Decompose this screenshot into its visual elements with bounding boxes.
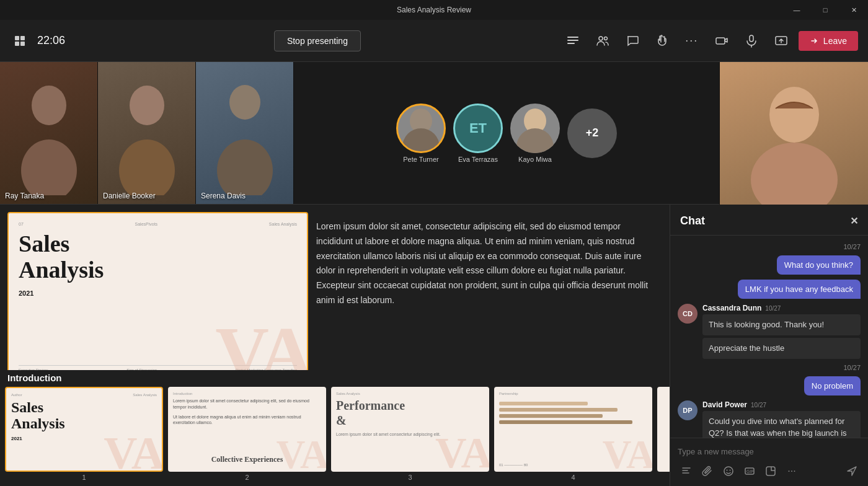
grid-icon[interactable] [10, 31, 30, 51]
close-chat-button[interactable]: ✕ [850, 215, 858, 227]
svg-rect-6 [567, 43, 575, 44]
window-controls: — □ ✕ [782, 0, 868, 20]
toolbar-center: Stop presenting [74, 30, 560, 51]
msg-text-cassandra-2: Appreciate the hustle [702, 338, 861, 359]
chat-panel: Chat ✕ 10/27 What do you think? LMK if y… [670, 205, 868, 486]
svg-point-14 [21, 139, 77, 195]
svg-point-24 [751, 143, 838, 205]
svg-point-29 [730, 470, 731, 471]
msg-bubble-3: No problem [804, 376, 861, 395]
svg-rect-2 [15, 42, 19, 46]
svg-point-18 [217, 139, 273, 195]
raise-hand-button[interactable] [650, 29, 675, 53]
chat-title: Chat [680, 214, 705, 228]
participants-list-button[interactable] [560, 29, 585, 53]
share-screen-button[interactable] [769, 29, 794, 53]
msg-row-david: DP David Power 10/27 Could you dive into… [678, 400, 861, 438]
msg-content-cassandra: Cassandra Dunn 10/27 This is looking goo… [702, 304, 861, 359]
toolbar-right: ··· Le [560, 29, 858, 53]
send-message-button[interactable] [843, 462, 861, 480]
format-text-button[interactable] [678, 462, 695, 480]
avatar-pete-turner[interactable]: Pete Turner [396, 104, 446, 163]
maximize-button[interactable]: □ [811, 0, 839, 20]
svg-point-23 [769, 87, 819, 143]
svg-rect-4 [567, 37, 578, 38]
msg-timestamp-1: 10/27 [843, 243, 861, 250]
svg-point-13 [32, 86, 66, 125]
camera-button[interactable] [709, 29, 734, 53]
slide-header: 07 SalesPivots Sales Analysis [19, 222, 297, 226]
participant-name-serena-davis: Serena Davis [201, 192, 246, 200]
participants-row: Ray Tanaka Danielle Booker Serena Davis [0, 62, 868, 205]
chat-messages[interactable]: 10/27 What do you think? LMK if you have… [670, 236, 868, 438]
avatar-david: DP [678, 400, 698, 420]
svg-point-27 [724, 467, 733, 475]
svg-rect-5 [567, 40, 578, 41]
svg-rect-1 [20, 36, 25, 40]
avatar-label-kayo: Kayo Miwa [518, 156, 552, 163]
msg-bubble-1: What do you think? [777, 255, 861, 275]
svg-rect-3 [20, 42, 25, 46]
slide-watermark: VA [215, 316, 308, 370]
slide-body-text: Lorem ipsum dolor sit amet, consectetur … [311, 212, 662, 363]
people-button[interactable] [590, 29, 615, 53]
current-slide-container: 07 SalesPivots Sales Analysis SalesAnaly… [7, 212, 311, 363]
chat-button[interactable] [620, 29, 645, 53]
svg-rect-9 [716, 38, 725, 44]
attach-button[interactable] [699, 462, 716, 480]
msg-row-cassandra: CD Cassandra Dunn 10/27 This is looking … [678, 304, 861, 359]
gif-button[interactable]: GIF [741, 462, 758, 480]
svg-point-7 [599, 37, 603, 40]
close-button[interactable]: ✕ [839, 0, 868, 20]
msg-text-cassandra-1: This is looking good. Thank you! [702, 314, 861, 335]
msg-time-cassandra: 10/27 [765, 305, 781, 312]
msg-bubble-2: LMK if you have any feedback [738, 280, 861, 299]
chat-more-button[interactable]: ··· [783, 462, 800, 480]
chat-input[interactable] [678, 444, 861, 459]
sticker-button[interactable] [762, 462, 779, 480]
avatar-participants: Pete Turner ET Eva Terrazas Kayo Miwa +2 [294, 62, 719, 204]
avatar-label-pete: Pete Turner [403, 156, 438, 163]
thumbnail-5[interactable]: Fabrikam –VanArsdel 5 [657, 387, 670, 481]
minimize-button[interactable]: — [782, 0, 811, 20]
participant-video-ray-tanaka[interactable]: Ray Tanaka [0, 62, 98, 204]
svg-point-16 [119, 139, 175, 195]
thumbnail-3[interactable]: Sales Analysis Performance& Lorem ipsum … [331, 387, 489, 481]
chat-header: Chat ✕ [670, 205, 868, 236]
svg-text:GIF: GIF [746, 469, 754, 474]
leave-button[interactable]: Leave [799, 31, 858, 51]
svg-rect-10 [750, 35, 753, 42]
svg-point-20 [402, 128, 440, 153]
msg-timestamp-3: 10/27 [843, 364, 861, 371]
avatar-cassandra: CD [678, 304, 698, 324]
thumbnail-2[interactable]: Introduction Lorem ipsum dolor sit amet … [168, 387, 326, 481]
thumbnail-1[interactable]: AuthorSales Analysis SalesAnalysis 2021 … [5, 387, 163, 481]
avatar-kayo-miwa[interactable]: Kayo Miwa [510, 104, 560, 163]
participant-name-danielle-booker: Danielle Booker [103, 192, 156, 200]
svg-point-8 [604, 37, 607, 40]
svg-point-17 [229, 85, 260, 120]
current-slide: 07 SalesPivots Sales Analysis SalesAnaly… [7, 212, 308, 370]
svg-point-28 [727, 470, 728, 471]
participant-video-serena-davis[interactable]: Serena Davis [196, 62, 294, 204]
emoji-button[interactable] [720, 462, 737, 480]
title-bar: Sales Analysis Review — □ ✕ [0, 0, 868, 20]
msg-text-david: Could you dive into what's planned for Q… [702, 411, 861, 438]
chat-input-area: GIF ··· [670, 438, 868, 486]
stop-presenting-button[interactable]: Stop presenting [274, 30, 361, 51]
slide-thumbnails: AuthorSales Analysis SalesAnalysis 2021 … [0, 387, 670, 486]
featured-video [719, 62, 868, 205]
main-toolbar: 22:06 Stop presenting [0, 20, 868, 62]
svg-rect-32 [766, 467, 775, 475]
avatar-eva-terrazas[interactable]: ET Eva Terrazas [453, 104, 503, 163]
avatar-label-eva: Eva Terrazas [458, 156, 498, 163]
thumbnail-4[interactable]: Partnership 01 ─────── 80 VA 4 [494, 387, 652, 481]
microphone-button[interactable] [739, 29, 764, 53]
slide-main-title: SalesAnalysis [19, 231, 104, 283]
avatar-more[interactable]: +2 [567, 108, 617, 158]
toolbar-left: 22:06 [10, 31, 74, 51]
slide-presenter-area: 07 SalesPivots Sales Analysis SalesAnaly… [0, 205, 670, 370]
participant-video-danielle-booker[interactable]: Danielle Booker [98, 62, 196, 204]
window-title: Sales Analysis Review [397, 6, 471, 14]
more-options-button[interactable]: ··· [680, 29, 704, 53]
